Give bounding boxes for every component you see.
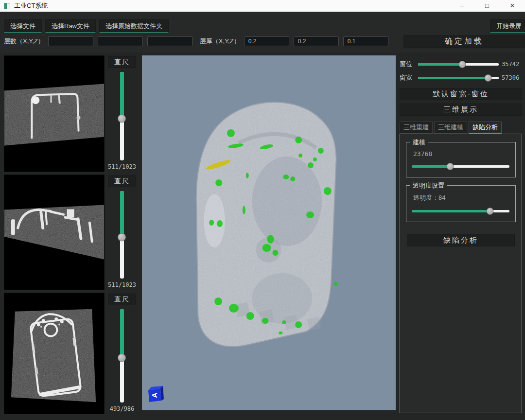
app-icon xyxy=(4,3,10,9)
slice-control-3: 直尺 493/986 xyxy=(105,293,140,414)
defect-spot xyxy=(227,129,235,137)
thickness-z-input[interactable] xyxy=(343,36,388,46)
modeling-group: 建模 23768 xyxy=(406,142,516,177)
layers-y-input[interactable] xyxy=(98,36,143,46)
transparency-slider[interactable] xyxy=(412,207,509,215)
slice-slider-1[interactable] xyxy=(118,72,126,160)
toolbar: 选择文件 选择Raw文件 选择原始数据文件夹 开始录屏 xyxy=(0,12,525,33)
defect-spot xyxy=(272,250,278,256)
slice-slider-handle-3[interactable] xyxy=(118,353,126,362)
defect-spot xyxy=(217,220,223,227)
defect-spot xyxy=(282,320,286,324)
slice-panels: 直尺 511/1023 xyxy=(4,55,140,420)
thickness-x-input[interactable] xyxy=(244,36,289,46)
defect-spot xyxy=(262,318,269,324)
window-level-value: 35742 xyxy=(502,61,522,68)
thickness-label: 层厚（X,Y,Z） xyxy=(200,37,240,46)
ruler-button-3[interactable]: 直尺 xyxy=(108,294,136,305)
defect-spot xyxy=(308,162,314,168)
defect-spot xyxy=(214,298,222,305)
defect-spot xyxy=(324,187,332,195)
defect-spot xyxy=(262,244,271,252)
maximize-button[interactable]: □ xyxy=(474,0,500,12)
svg-text:A: A xyxy=(150,392,158,398)
transparency-group: 透明度设置 透明度：84 xyxy=(406,185,516,222)
window-width-row: 窗宽 57306 xyxy=(400,72,522,83)
right-panel: 窗位 35742 窗宽 57306 默认窗宽-窗位 三维展示 三维重建 三 xyxy=(400,55,525,420)
window-level-label: 窗位 xyxy=(400,60,415,69)
slice-slider-handle-2[interactable] xyxy=(118,233,126,242)
window-level-handle[interactable] xyxy=(459,61,466,68)
defect-spot xyxy=(243,206,245,214)
window-width-label: 窗宽 xyxy=(400,73,415,82)
ct-slice-view-2[interactable] xyxy=(4,175,105,290)
3d-viewport[interactable]: A xyxy=(142,55,396,410)
window-level-row: 窗位 35742 xyxy=(400,59,522,70)
window-level-slider[interactable] xyxy=(418,60,499,68)
close-button[interactable]: ✕ xyxy=(500,0,525,12)
defect-analysis-button[interactable]: 缺陷分析 xyxy=(407,234,515,246)
select-raw-button[interactable]: 选择Raw文件 xyxy=(45,19,96,33)
transparency-slider-handle[interactable] xyxy=(487,208,494,215)
ct-slice-image-3 xyxy=(4,293,104,414)
defect-spot xyxy=(209,220,214,226)
defect-spot xyxy=(295,321,302,328)
ruler-button-1[interactable]: 直尺 xyxy=(108,56,136,68)
thickness-y-input[interactable] xyxy=(294,36,339,46)
defect-spot xyxy=(283,175,289,179)
slice-row-2: 直尺 511/1023 xyxy=(4,175,140,290)
ruler-button-2[interactable]: 直尺 xyxy=(108,175,136,187)
slice-control-2: 直尺 511/1023 xyxy=(105,175,140,290)
window-width-value: 57306 xyxy=(502,74,522,81)
ct-slice-view-1[interactable] xyxy=(4,55,105,172)
layers-z-input[interactable] xyxy=(147,36,192,46)
defect-spot xyxy=(334,282,338,286)
select-file-button[interactable]: 选择文件 xyxy=(4,19,42,33)
layers-x-input[interactable] xyxy=(48,36,93,46)
transparency-group-title: 透明度设置 xyxy=(410,181,447,190)
app-window: 工业CT系统 – □ ✕ 选择文件 选择Raw文件 选择原始数据文件夹 开始录屏… xyxy=(0,0,525,420)
transparency-value-label: 透明度：84 xyxy=(413,193,509,202)
start-recording-button[interactable]: 开始录屏 xyxy=(490,19,525,33)
defect-spot xyxy=(246,173,249,178)
select-folder-button[interactable]: 选择原始数据文件夹 xyxy=(99,19,169,33)
slice-row-3: 直尺 493/986 xyxy=(4,293,140,414)
defect-spot xyxy=(290,176,295,181)
defect-spot xyxy=(318,148,324,154)
confirm-load-button[interactable]: 确定加载 xyxy=(403,35,525,48)
defect-spot xyxy=(279,332,282,334)
window-width-slider[interactable] xyxy=(418,74,499,82)
slice-slider-handle-1[interactable] xyxy=(118,115,126,123)
tab-3d-reconstruction[interactable]: 三维重建 xyxy=(400,122,433,134)
modeling-slider-handle[interactable] xyxy=(447,163,454,170)
defect-spot xyxy=(215,179,222,186)
ct-slice-image-2 xyxy=(4,175,104,290)
main-area: 直尺 511/1023 xyxy=(0,52,525,420)
app-title: 工业CT系统 xyxy=(14,1,48,10)
window-width-handle[interactable] xyxy=(485,74,492,82)
defect-spot xyxy=(267,235,274,244)
defect-spot xyxy=(229,304,239,313)
defect-analysis-panel: 建模 23768 透明度设置 透明度：84 缺陷分析 xyxy=(400,134,522,413)
slice-position-3: 493/986 xyxy=(110,405,135,414)
tab-defect-analysis[interactable]: 缺陷分析 xyxy=(469,122,502,134)
modeling-slider[interactable] xyxy=(412,162,509,170)
slice-position-1: 511/1023 xyxy=(108,163,136,172)
modeling-group-title: 建模 xyxy=(410,138,428,147)
titlebar: 工业CT系统 – □ ✕ xyxy=(0,0,525,12)
slice-slider-2[interactable] xyxy=(118,191,126,279)
defect-spot xyxy=(306,211,314,218)
default-window-button[interactable]: 默认窗宽-窗位 xyxy=(400,88,522,100)
minimize-button[interactable]: – xyxy=(449,0,474,12)
layers-label: 层数（X,Y,Z） xyxy=(4,37,44,46)
slice-position-2: 511/1023 xyxy=(108,281,136,290)
slice-control-1: 直尺 511/1023 xyxy=(105,55,140,172)
tab-3d-modeling[interactable]: 三维建模 xyxy=(434,122,467,134)
slice-slider-3[interactable] xyxy=(118,309,126,402)
defect-spot xyxy=(246,312,254,320)
ct-slice-view-3[interactable] xyxy=(4,293,105,414)
defect-spot xyxy=(298,154,302,158)
orientation-cube-icon[interactable]: A xyxy=(146,385,165,403)
defect-spot xyxy=(295,137,302,143)
display-3d-button[interactable]: 三维展示 xyxy=(400,104,522,116)
